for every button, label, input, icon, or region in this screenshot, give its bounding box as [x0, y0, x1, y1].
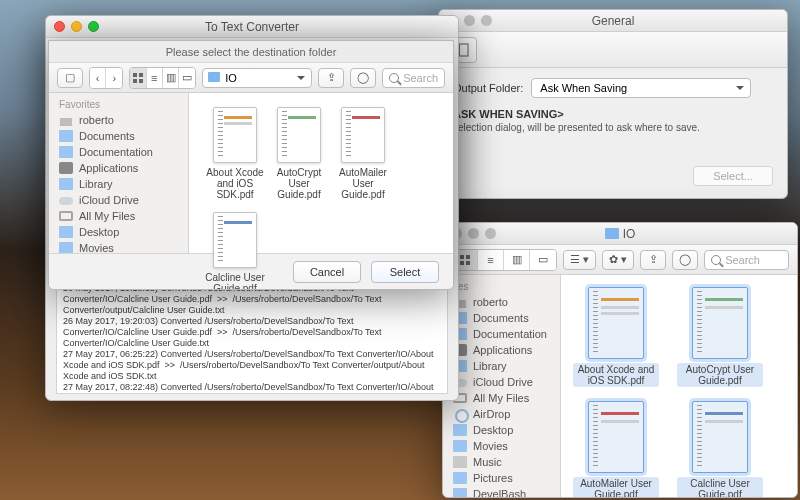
location-popup[interactable]: IO: [202, 68, 312, 88]
log-text: 26 May 2017, 19:18:35) Converted /Users/…: [57, 281, 447, 394]
file-item[interactable]: AutoMailer User Guide.pdf: [333, 107, 393, 200]
sidebar-item[interactable]: Library: [443, 358, 560, 374]
folder-icon: [59, 146, 73, 158]
search-field[interactable]: Search: [704, 250, 789, 270]
sidebar-item[interactable]: AirDrop: [443, 406, 560, 422]
allfiles-icon: [59, 211, 73, 221]
cancel-button[interactable]: Cancel: [293, 261, 361, 283]
search-placeholder: Search: [725, 254, 760, 266]
sidebar-item[interactable]: Applications: [443, 342, 560, 358]
favorites-header: ites: [443, 277, 560, 294]
prefs-toolbar: [439, 32, 787, 68]
applications-icon: [59, 162, 73, 174]
titlebar[interactable]: IO: [443, 223, 797, 245]
traffic-lights[interactable]: [46, 21, 99, 32]
sidebar-item[interactable]: Documents: [443, 310, 560, 326]
sidebar-item[interactable]: Desktop: [443, 422, 560, 438]
tags-button[interactable]: ◯: [350, 68, 376, 88]
close-icon[interactable]: [54, 21, 65, 32]
titlebar[interactable]: To Text Converter: [46, 16, 458, 38]
titlebar[interactable]: General: [439, 10, 787, 32]
view-mode-segment[interactable]: ≡ ▥ ▭: [451, 249, 557, 271]
view-mode-segment[interactable]: ≡ ▥ ▭: [129, 67, 196, 89]
minimize-icon[interactable]: [468, 228, 479, 239]
file-item[interactable]: About Xcode and iOS SDK.pdf: [205, 107, 265, 200]
sidebar-item[interactable]: All My Files: [443, 390, 560, 406]
file-label: AutoCrypt User Guide.pdf: [269, 167, 329, 200]
svg-rect-3: [466, 255, 470, 259]
general-window: General Output Folder: Ask When Saving A…: [438, 9, 788, 199]
coverflow-view-button[interactable]: ▭: [530, 250, 556, 270]
list-view-button[interactable]: ≡: [478, 250, 504, 270]
minimize-icon[interactable]: [71, 21, 82, 32]
share-button[interactable]: ⇪: [640, 250, 666, 270]
file-item[interactable]: Calcline User Guide.pdf: [205, 212, 265, 290]
sidebar-item[interactable]: Documents: [49, 128, 188, 144]
finder-sidebar: ites roberto Documents Documentation App…: [443, 275, 561, 498]
ask-when-saving-heading: ASK WHEN SAVING>: [439, 108, 787, 120]
sheet-file-area[interactable]: About Xcode and iOS SDK.pdf AutoCrypt Us…: [189, 93, 453, 253]
sidebar-item[interactable]: Library: [49, 176, 188, 192]
sidebar-item[interactable]: iCloud Drive: [49, 192, 188, 208]
sidebar-item[interactable]: Desktop: [49, 224, 188, 240]
folder-icon: [59, 178, 73, 190]
svg-rect-8: [133, 79, 137, 83]
folder-icon: [453, 472, 467, 484]
search-field[interactable]: Search: [382, 68, 445, 88]
column-view-button[interactable]: ▥: [504, 250, 530, 270]
sidebar-item[interactable]: Documentation: [443, 326, 560, 342]
log-area[interactable]: 26 May 2017, 19:18:35) Converted /Users/…: [56, 280, 448, 394]
pdf-thumb-icon: [277, 107, 321, 163]
location-label: IO: [225, 72, 237, 84]
file-item[interactable]: About Xcode and iOS SDK.pdf: [573, 287, 659, 387]
file-item[interactable]: AutoCrypt User Guide.pdf: [269, 107, 329, 200]
tags-button[interactable]: ◯: [672, 250, 698, 270]
sidebar-item[interactable]: Movies: [443, 438, 560, 454]
finder-file-area[interactable]: About Xcode and iOS SDK.pdf AutoCrypt Us…: [561, 275, 797, 498]
list-view-button[interactable]: ≡: [147, 68, 163, 88]
pdf-thumb-icon: [588, 401, 644, 473]
sidebar-item[interactable]: Applications: [49, 160, 188, 176]
file-label: Calcline User Guide.pdf: [677, 477, 763, 498]
grid-icon: [132, 72, 144, 84]
folder-icon: [605, 228, 619, 239]
file-label: About Xcode and iOS SDK.pdf: [573, 363, 659, 387]
select-button[interactable]: Select: [371, 261, 439, 283]
sidebar-item[interactable]: iCloud Drive: [443, 374, 560, 390]
zoom-icon[interactable]: [88, 21, 99, 32]
zoom-icon[interactable]: [481, 15, 492, 26]
file-label: AutoMailer User Guide.pdf: [333, 167, 393, 200]
sidebar-item[interactable]: Documentation: [49, 144, 188, 160]
back-button[interactable]: ‹: [90, 68, 106, 88]
file-item[interactable]: Calcline User Guide.pdf: [677, 401, 763, 498]
finder-toolbar: ≡ ▥ ▭ ☰ ▾ ✿ ▾ ⇪ ◯ Search: [443, 245, 797, 275]
folder-icon: [208, 72, 220, 82]
share-button[interactable]: ⇪: [318, 68, 344, 88]
sidebar-item[interactable]: roberto: [443, 294, 560, 310]
file-item[interactable]: AutoMailer User Guide.pdf: [573, 401, 659, 498]
cloud-icon: [59, 194, 73, 206]
zoom-icon[interactable]: [485, 228, 496, 239]
file-label: Calcline User Guide.pdf: [205, 272, 265, 290]
nav-segment[interactable]: ‹ ›: [89, 67, 123, 89]
sidebar-item[interactable]: Movies: [49, 240, 188, 253]
output-folder-popup[interactable]: Ask When Saving: [531, 78, 751, 98]
minimize-icon[interactable]: [464, 15, 475, 26]
search-icon: [389, 73, 399, 83]
sidebar-item[interactable]: All My Files: [49, 208, 188, 224]
forward-button[interactable]: ›: [106, 68, 122, 88]
music-icon: [453, 456, 467, 468]
sidebar-toggle-button[interactable]: ▢: [57, 68, 83, 88]
action-popup[interactable]: ✿ ▾: [602, 250, 634, 270]
file-item[interactable]: AutoCrypt User Guide.pdf: [677, 287, 763, 387]
column-view-button[interactable]: ▥: [163, 68, 179, 88]
arrange-popup[interactable]: ☰ ▾: [563, 250, 596, 270]
sidebar-item[interactable]: Pictures: [443, 470, 560, 486]
output-row: Output Folder: Ask When Saving: [439, 68, 787, 108]
sidebar-item[interactable]: roberto: [49, 112, 188, 128]
sidebar-item[interactable]: DevelBash: [443, 486, 560, 498]
icon-view-button[interactable]: [130, 68, 146, 88]
sidebar-item[interactable]: Music: [443, 454, 560, 470]
folder-icon: [453, 424, 467, 436]
coverflow-view-button[interactable]: ▭: [179, 68, 195, 88]
